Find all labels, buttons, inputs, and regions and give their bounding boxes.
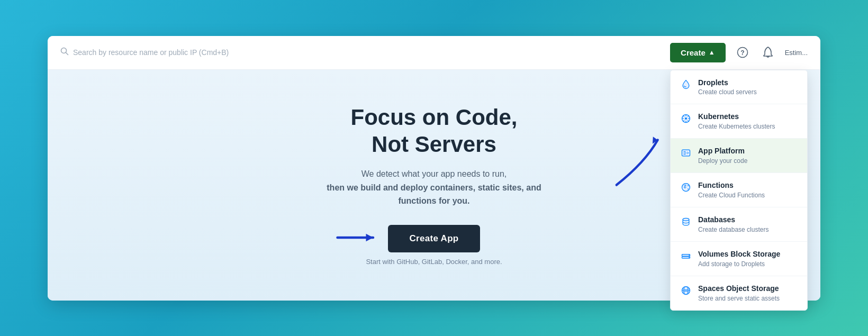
volumes-text: Volumes Block Storage Add storage to Dro… <box>698 249 780 268</box>
create-label: Create <box>681 48 706 57</box>
svg-point-5 <box>685 117 687 120</box>
start-text: Start with GitHub, GitLab, Docker, and m… <box>366 258 502 266</box>
databases-subtitle: Create database clusters <box>698 225 768 234</box>
dropdown-item-spaces[interactable]: Spaces Object Storage Store and serve st… <box>671 276 807 310</box>
search-area[interactable]: Search by resource name or public IP (Cm… <box>60 47 670 58</box>
kubernetes-title: Kubernetes <box>698 112 775 121</box>
svg-point-16 <box>688 185 689 186</box>
svg-point-22 <box>689 257 690 258</box>
create-app-button[interactable]: Create App <box>388 225 480 252</box>
subtext-line2: then we build and deploy containers, sta… <box>327 183 541 192</box>
volumes-title: Volumes Block Storage <box>698 249 780 259</box>
sub-text: We detect what your app needs to run, th… <box>327 167 541 208</box>
databases-icon <box>680 216 692 228</box>
kubernetes-text: Kubernetes Create Kubernetes clusters <box>698 112 775 131</box>
app-platform-title: App Platform <box>698 146 747 156</box>
spaces-text: Spaces Object Storage Store and serve st… <box>698 284 780 303</box>
dropdown-item-databases[interactable]: Databases Create database clusters <box>671 207 807 242</box>
help-button[interactable]: ? <box>734 44 751 61</box>
dropdown-item-volumes[interactable]: Volumes Block Storage Add storage to Dro… <box>671 242 807 276</box>
app-platform-icon <box>680 147 692 159</box>
search-icon <box>60 47 69 58</box>
functions-title: Functions <box>698 180 765 190</box>
chevron-up-icon: ▲ <box>709 49 715 56</box>
heading-line1: Focus on Code, <box>351 105 518 130</box>
dropdown-item-kubernetes[interactable]: Kubernetes Create Kubernetes clusters <box>671 104 807 139</box>
heading-line2: Not Servers <box>372 132 496 157</box>
svg-text:?: ? <box>740 49 744 57</box>
subtext-line3: functions for you. <box>398 196 469 205</box>
svg-point-21 <box>689 255 690 256</box>
create-button[interactable]: Create ▲ <box>670 43 726 62</box>
kubernetes-icon <box>680 113 692 124</box>
search-input[interactable]: Search by resource name or public IP (Cm… <box>73 48 229 57</box>
droplets-title: Droplets <box>698 78 757 87</box>
main-container: Search by resource name or public IP (Cm… <box>48 36 820 301</box>
dropdown-item-droplets[interactable]: Droplets Create cloud servers <box>671 70 807 105</box>
spaces-title: Spaces Object Storage <box>698 284 780 293</box>
cta-wrapper: Create App Start with GitHub, GitLab, Do… <box>366 225 502 266</box>
functions-subtitle: Create Cloud Functions <box>698 191 765 200</box>
main-heading: Focus on Code, Not Servers <box>351 104 518 158</box>
svg-line-1 <box>66 53 68 55</box>
svg-point-18 <box>683 219 689 221</box>
droplets-text: Droplets Create cloud servers <box>698 78 757 97</box>
spaces-subtitle: Store and serve static assets <box>698 294 780 303</box>
cta-area: Create App <box>388 225 480 252</box>
spaces-icon <box>680 285 692 296</box>
databases-title: Databases <box>698 215 768 224</box>
notifications-button[interactable] <box>760 44 776 61</box>
dropdown-item-functions[interactable]: Functions Create Cloud Functions <box>671 173 807 207</box>
app-platform-text: App Platform Deploy your code <box>698 146 747 165</box>
navbar: Search by resource name or public IP (Cm… <box>48 36 820 70</box>
app-platform-subtitle: Deploy your code <box>698 157 747 166</box>
estimate-label: Estim... <box>785 49 808 57</box>
functions-text: Functions Create Cloud Functions <box>698 180 765 199</box>
volumes-subtitle: Add storage to Droplets <box>698 260 780 269</box>
svg-point-17 <box>688 189 689 190</box>
droplets-subtitle: Create cloud servers <box>698 88 757 97</box>
functions-icon <box>680 181 692 193</box>
svg-marker-27 <box>366 234 374 241</box>
dropdown-item-app-platform[interactable]: App Platform Deploy your code <box>671 139 807 173</box>
databases-text: Databases Create database clusters <box>698 215 768 234</box>
navbar-right: Create ▲ ? Estim... <box>670 43 808 62</box>
droplet-icon <box>680 79 692 90</box>
subtext-line1: We detect what your app needs to run, <box>361 169 507 178</box>
arrow-to-app-platform <box>598 128 678 193</box>
volumes-icon <box>680 250 692 262</box>
arrow-to-create-app <box>335 227 383 250</box>
kubernetes-subtitle: Create Kubernetes clusters <box>698 122 775 131</box>
create-dropdown: Droplets Create cloud servers <box>670 70 808 311</box>
